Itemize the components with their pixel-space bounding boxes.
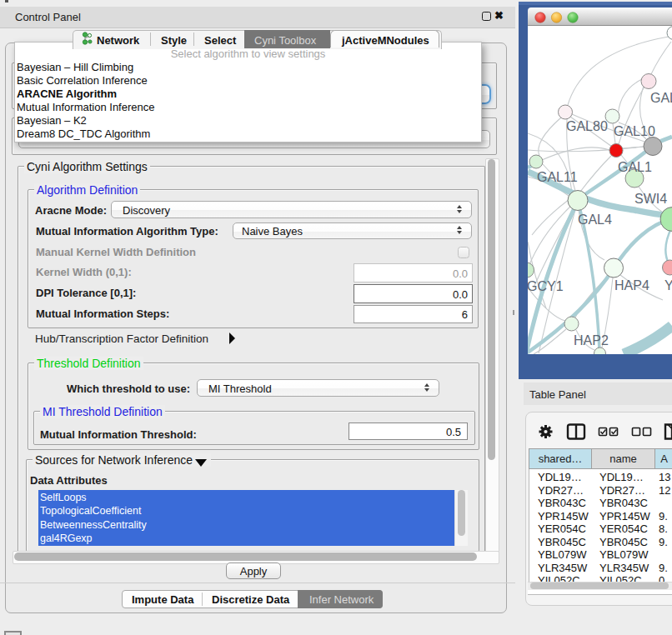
svg-text:SWI4: SWI4 xyxy=(634,192,667,206)
svg-text:GAL2: GAL2 xyxy=(650,91,672,105)
svg-text:GAL4: GAL4 xyxy=(578,212,612,227)
svg-text:GAL80: GAL80 xyxy=(566,119,608,133)
svg-text:GAL1: GAL1 xyxy=(618,160,652,174)
svg-text:HAP4: HAP4 xyxy=(614,278,649,292)
svg-text:GAL10: GAL10 xyxy=(614,124,655,138)
svg-text:HAP2: HAP2 xyxy=(574,333,609,348)
svg-text:GAL11: GAL11 xyxy=(537,170,578,184)
svg-text:GCY1: GCY1 xyxy=(528,279,564,293)
svg-text:YE: YE xyxy=(664,278,672,292)
